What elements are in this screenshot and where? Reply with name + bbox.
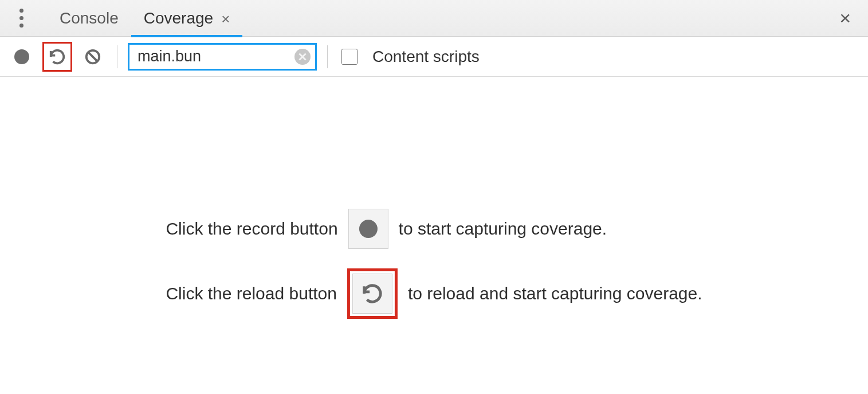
toolbar-separator xyxy=(117,45,117,68)
more-menu-icon[interactable] xyxy=(13,9,30,28)
instruction-reload-row: Click the reload button to reload and st… xyxy=(166,268,702,319)
content-scripts-label: Content scripts xyxy=(372,48,480,66)
record-icon xyxy=(359,220,378,238)
coverage-content: Click the record button to start capturi… xyxy=(0,77,868,394)
record-icon xyxy=(14,49,29,64)
svg-line-1 xyxy=(88,52,97,61)
toolbar-separator xyxy=(327,45,328,68)
instruction-record-button[interactable] xyxy=(348,209,388,249)
clear-filter-icon[interactable] xyxy=(294,49,311,65)
close-tab-icon[interactable]: × xyxy=(221,10,230,26)
instruction-reload-pre: Click the reload button xyxy=(166,283,337,304)
coverage-instructions: Click the record button to start capturi… xyxy=(166,209,702,338)
tab-strip: Console Coverage × × xyxy=(0,0,868,37)
reload-button-annotation xyxy=(347,268,398,319)
instruction-record-row: Click the record button to start capturi… xyxy=(166,209,702,249)
clear-button[interactable] xyxy=(79,43,107,71)
filter-field-wrap xyxy=(128,43,317,71)
reload-icon xyxy=(49,48,66,65)
content-scripts-checkbox[interactable] xyxy=(341,49,358,65)
instruction-reload-button[interactable] xyxy=(352,274,392,314)
close-panel-icon[interactable]: × xyxy=(834,7,857,29)
coverage-toolbar: Content scripts xyxy=(0,37,868,77)
instruction-reload-post: to reload and start capturing coverage. xyxy=(408,283,702,304)
tab-coverage-label: Coverage xyxy=(144,9,213,28)
ban-icon xyxy=(84,48,101,65)
reload-icon xyxy=(362,283,383,305)
tab-console[interactable]: Console xyxy=(47,0,131,37)
reload-button[interactable] xyxy=(49,48,66,65)
reload-button-annotation xyxy=(42,42,72,72)
instruction-record-post: to start capturing coverage. xyxy=(399,219,607,239)
record-button[interactable] xyxy=(8,43,36,71)
url-filter-input[interactable] xyxy=(136,47,290,66)
instruction-record-pre: Click the record button xyxy=(166,219,337,239)
tab-console-label: Console xyxy=(60,9,119,28)
tab-coverage[interactable]: Coverage × xyxy=(131,0,243,37)
